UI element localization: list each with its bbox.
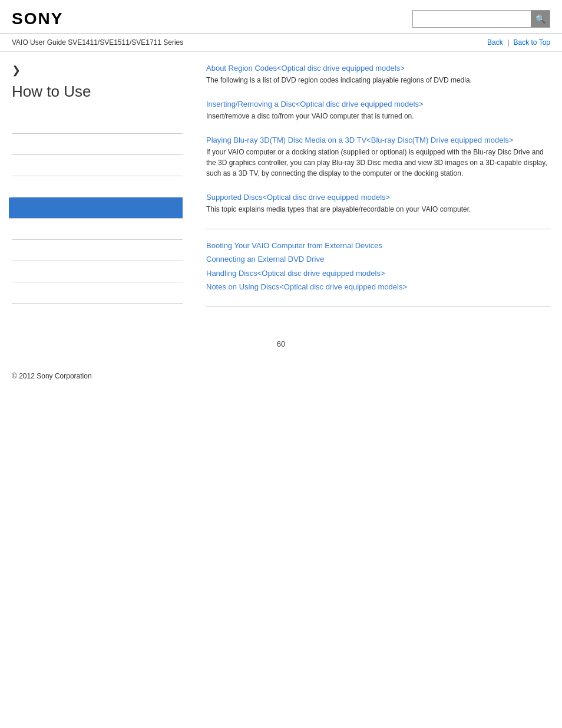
sidebar-item-active[interactable]	[9, 197, 183, 219]
section-4-link[interactable]: Supported Discs<Optical disc drive equip…	[206, 193, 550, 202]
sidebar-item-9[interactable]	[12, 282, 183, 304]
bottom-link-3[interactable]: Handling Discs<Optical disc drive equipp…	[206, 266, 550, 280]
section-3-link[interactable]: Playing Blu-ray 3D(TM) Disc Media on a 3…	[206, 136, 550, 144]
sidebar-item-3[interactable]	[12, 155, 183, 176]
bottom-link-4[interactable]: Notes on Using Discs<Optical disc drive …	[206, 280, 550, 294]
search-container: 🔍	[412, 10, 550, 28]
section-3-desc: If your VAIO computer or a docking stati…	[206, 147, 550, 179]
sidebar: ❯ How to Use	[12, 64, 194, 316]
bottom-links: Booting Your VAIO Computer from External…	[206, 239, 550, 294]
content-divider	[206, 229, 550, 229]
section-4-desc: This topic explains media types that are…	[206, 204, 550, 215]
content-divider-bottom	[206, 306, 550, 307]
sidebar-item-7[interactable]	[12, 240, 183, 261]
bottom-link-2[interactable]: Connecting an External DVD Drive	[206, 252, 550, 266]
sidebar-item-2[interactable]	[12, 134, 183, 155]
bottom-link-1[interactable]: Booting Your VAIO Computer from External…	[206, 239, 550, 252]
sony-logo: SONY	[12, 9, 63, 28]
content-section-3: Playing Blu-ray 3D(TM) Disc Media on a 3…	[206, 136, 550, 179]
copyright: © 2012 Sony Corporation	[12, 372, 92, 380]
page-number: 60	[0, 328, 562, 360]
main-content: ❯ How to Use About Region Codes<Optical …	[0, 52, 562, 328]
back-link[interactable]: Back	[487, 38, 503, 47]
sidebar-arrow: ❯	[12, 64, 183, 77]
nav-bar: VAIO User Guide SVE1411/SVE1511/SVE1711 …	[0, 34, 562, 52]
search-button[interactable]: 🔍	[531, 11, 550, 27]
page-header: SONY 🔍	[0, 0, 562, 34]
sidebar-title: How to Use	[12, 83, 183, 101]
footer: © 2012 Sony Corporation	[0, 360, 562, 392]
nav-links: Back | Back to Top	[487, 38, 550, 47]
sidebar-item-4[interactable]	[12, 176, 183, 197]
guide-title: VAIO User Guide SVE1411/SVE1511/SVE1711 …	[12, 38, 183, 47]
nav-separator: |	[507, 38, 509, 47]
content-section-2: Inserting/Removing a Disc<Optical disc d…	[206, 100, 550, 121]
section-1-link[interactable]: About Region Codes<Optical disc drive eq…	[206, 64, 550, 73]
section-2-link[interactable]: Inserting/Removing a Disc<Optical disc d…	[206, 100, 550, 108]
sidebar-item-6[interactable]	[12, 219, 183, 240]
content-area: About Region Codes<Optical disc drive eq…	[194, 64, 550, 316]
section-1-desc: The following is a list of DVD region co…	[206, 75, 550, 85]
sidebar-item-8[interactable]	[12, 261, 183, 282]
search-icon: 🔍	[535, 14, 546, 24]
search-input[interactable]	[413, 11, 531, 27]
section-2-desc: Insert/remove a disc to/from your VAIO c…	[206, 111, 550, 121]
content-section-1: About Region Codes<Optical disc drive eq…	[206, 64, 550, 85]
content-section-4: Supported Discs<Optical disc drive equip…	[206, 193, 550, 215]
sidebar-item-1[interactable]	[12, 113, 183, 134]
back-to-top-link[interactable]: Back to Top	[514, 38, 550, 47]
